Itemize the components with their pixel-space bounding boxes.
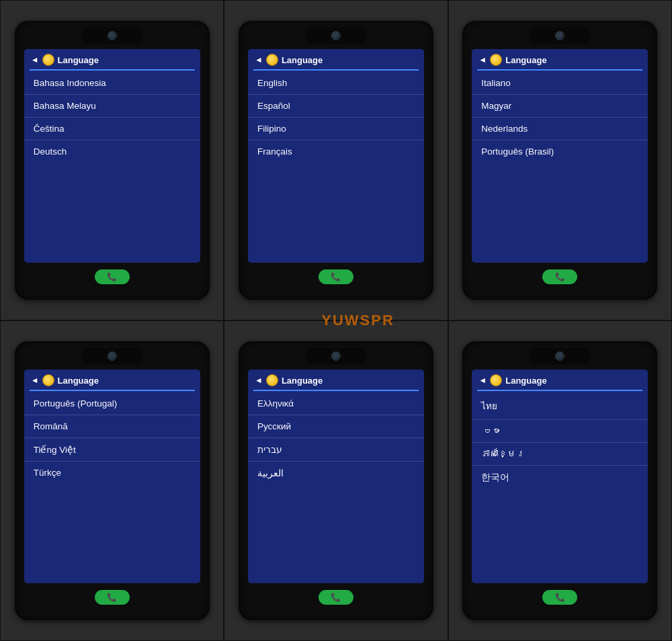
- language-item[interactable]: ဗမာ: [472, 420, 648, 443]
- screen-header: ◄Language: [472, 370, 648, 386]
- call-button[interactable]: 📞: [319, 590, 353, 605]
- language-item[interactable]: Español: [248, 95, 424, 118]
- phone-cell-1: ◄LanguageBahasa IndonesiaBahasa MelayuČe…: [0, 0, 224, 320]
- language-item[interactable]: العربية: [248, 462, 424, 484]
- phone-grid: ◄LanguageBahasa IndonesiaBahasa MelayuČe…: [0, 0, 672, 641]
- header-icon: [42, 374, 54, 386]
- phone-screen: ◄LanguagePortuguês (Portugal)RomânăTiếng…: [24, 370, 200, 583]
- screen-title: Language: [282, 376, 323, 386]
- language-item[interactable]: Türkçe: [24, 462, 200, 484]
- screen-title: Language: [505, 55, 546, 65]
- language-list: Bahasa IndonesiaBahasa MelayuČeštinaDeut…: [24, 72, 200, 263]
- language-item[interactable]: Português (Brasil): [472, 140, 648, 163]
- phone-screen: ◄LanguageΕλληνικάРусскийעבריתالعربية: [248, 370, 424, 583]
- header-divider: [253, 390, 419, 391]
- language-item[interactable]: עברית: [248, 438, 424, 462]
- screen-header: ◄Language: [24, 370, 200, 386]
- language-item[interactable]: Nederlands: [472, 118, 648, 140]
- language-item[interactable]: ไทย: [472, 392, 648, 420]
- header-icon: [266, 54, 278, 66]
- language-item[interactable]: Filipino: [248, 118, 424, 140]
- header-divider: [30, 69, 195, 71]
- back-arrow-icon[interactable]: ◄: [478, 55, 487, 65]
- header-icon: [266, 374, 278, 386]
- header-icon: [490, 54, 502, 66]
- language-list: EnglishEspañolFilipinoFrançais: [248, 72, 424, 263]
- camera-area: [306, 28, 366, 44]
- phone-cell-3: ◄LanguageItalianoMagyarNederlandsPortugu…: [448, 0, 672, 320]
- header-divider: [253, 69, 419, 71]
- language-item[interactable]: Tiếng Việt: [24, 438, 200, 462]
- call-icon: 📞: [107, 272, 117, 282]
- language-list: ΕλληνικάРусскийעבריתالعربية: [248, 392, 424, 583]
- language-item[interactable]: Русский: [248, 415, 424, 438]
- phone-cell-5: ◄LanguageΕλληνικάРусскийעבריתالعربية📞: [224, 320, 448, 641]
- header-divider: [477, 69, 642, 71]
- call-icon: 📞: [331, 593, 341, 603]
- language-item[interactable]: ភាសាខ្មែរ: [472, 443, 648, 466]
- language-item[interactable]: Română: [24, 415, 200, 438]
- language-list: Português (Portugal)RomânăTiếng ViệtTürk…: [24, 392, 200, 583]
- camera-lens: [331, 31, 341, 40]
- camera-area: [82, 348, 142, 364]
- back-arrow-icon[interactable]: ◄: [31, 55, 39, 65]
- camera-lens: [108, 351, 117, 361]
- camera-lens: [331, 351, 341, 361]
- phone-screen: ◄LanguageEnglishEspañolFilipinoFrançais: [248, 49, 424, 263]
- screen-header: ◄Language: [24, 49, 200, 66]
- call-button[interactable]: 📞: [542, 590, 577, 605]
- phone-bottom: 📞: [95, 269, 130, 284]
- language-item[interactable]: Português (Portugal): [24, 392, 200, 415]
- call-icon: 📞: [107, 593, 117, 603]
- language-item[interactable]: Ελληνικά: [248, 392, 424, 415]
- phone-cell-6: ◄Languageไทยဗမာភាសាខ្មែរ한국어📞: [448, 320, 672, 641]
- language-item[interactable]: English: [248, 72, 424, 95]
- phone-bottom: 📞: [542, 269, 577, 284]
- phone-body: ◄LanguageEnglishEspañolFilipinoFrançais📞: [239, 21, 433, 300]
- header-divider: [477, 390, 642, 391]
- call-button[interactable]: 📞: [319, 269, 353, 284]
- header-divider: [30, 390, 195, 391]
- call-button[interactable]: 📞: [95, 590, 130, 605]
- back-arrow-icon[interactable]: ◄: [255, 55, 263, 65]
- screen-title: Language: [58, 376, 99, 386]
- screen-header: ◄Language: [472, 49, 648, 66]
- header-icon: [42, 54, 54, 66]
- screen-title: Language: [282, 55, 323, 65]
- language-item[interactable]: Italiano: [472, 72, 648, 95]
- language-item[interactable]: Deutsch: [24, 140, 200, 163]
- language-item[interactable]: 한국어: [472, 466, 648, 490]
- back-arrow-icon[interactable]: ◄: [478, 376, 487, 385]
- phone-body: ◄LanguageBahasa IndonesiaBahasa MelayuČe…: [15, 21, 210, 300]
- screen-title: Language: [505, 376, 546, 386]
- language-item[interactable]: Čeština: [24, 118, 200, 140]
- phone-screen: ◄Languageไทยဗမာភាសាខ្មែរ한국어: [472, 370, 648, 583]
- language-item[interactable]: Magyar: [472, 95, 648, 118]
- phone-bottom: 📞: [542, 590, 577, 605]
- language-item[interactable]: Français: [248, 140, 424, 163]
- phone-cell-4: ◄LanguagePortuguês (Portugal)RomânăTiếng…: [0, 320, 224, 641]
- language-item[interactable]: Bahasa Melayu: [24, 95, 200, 118]
- call-icon: 📞: [555, 272, 565, 282]
- language-list: ไทยဗမာភាសាខ្មែរ한국어: [472, 392, 648, 583]
- screen-header: ◄Language: [248, 49, 424, 66]
- camera-lens: [555, 351, 564, 361]
- call-icon: 📞: [331, 272, 341, 282]
- phone-cell-2: ◄LanguageEnglishEspañolFilipinoFrançais📞: [224, 0, 448, 320]
- camera-lens: [108, 31, 117, 40]
- phone-screen: ◄LanguageItalianoMagyarNederlandsPortugu…: [472, 49, 648, 263]
- phone-body: ◄LanguageItalianoMagyarNederlandsPortugu…: [462, 21, 657, 300]
- camera-area: [306, 348, 366, 364]
- back-arrow-icon[interactable]: ◄: [31, 376, 39, 385]
- phone-bottom: 📞: [319, 590, 353, 605]
- language-item[interactable]: Bahasa Indonesia: [24, 72, 200, 95]
- call-icon: 📞: [555, 593, 565, 603]
- call-button[interactable]: 📞: [95, 269, 130, 284]
- screen-header: ◄Language: [248, 370, 424, 386]
- camera-area: [530, 28, 590, 44]
- language-list: ItalianoMagyarNederlandsPortuguês (Brasi…: [472, 72, 648, 263]
- back-arrow-icon[interactable]: ◄: [255, 376, 263, 385]
- phone-screen: ◄LanguageBahasa IndonesiaBahasa MelayuČe…: [24, 49, 200, 263]
- call-button[interactable]: 📞: [542, 269, 577, 284]
- phone-body: ◄Languageไทยဗမာភាសាខ្មែរ한국어📞: [462, 341, 657, 620]
